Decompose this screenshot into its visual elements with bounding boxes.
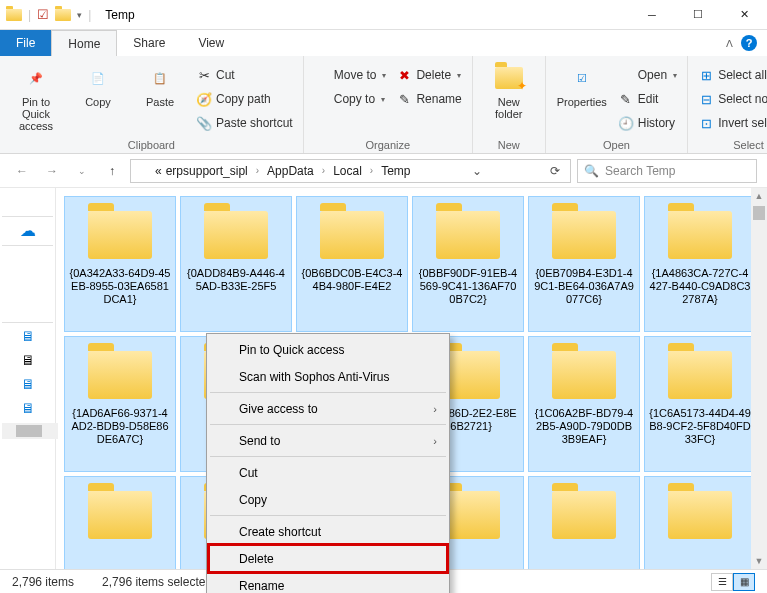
- folder-item[interactable]: {0B6BDC0B-E4C3-44B4-980F-E4E2: [296, 196, 408, 332]
- copy-button[interactable]: 📄Copy: [72, 60, 124, 108]
- folder-item[interactable]: {1AD6AF66-9371-4AD2-BDB9-D58E86DE6A7C}: [64, 336, 176, 472]
- folder-item[interactable]: {0EB709B4-E3D1-49C1-BE64-036A7A9077C6}: [528, 196, 640, 332]
- ctx-cut[interactable]: Cut: [209, 459, 447, 486]
- folder-item[interactable]: {1A4863CA-727C-4427-B440-C9AD8C32787A}: [644, 196, 756, 332]
- ctx-give-access-to[interactable]: Give access to›: [209, 395, 447, 422]
- title-bar: | ☑ ▾ | Temp ─ ☐ ✕: [0, 0, 767, 30]
- check-icon: ☑: [37, 7, 49, 22]
- search-icon: 🔍: [584, 164, 599, 178]
- scroll-up-icon[interactable]: ▲: [751, 188, 767, 204]
- ctx-pin-quick-access[interactable]: Pin to Quick access: [209, 336, 447, 363]
- ctx-copy[interactable]: Copy: [209, 486, 447, 513]
- rename-button[interactable]: ✎Rename: [396, 88, 461, 110]
- paste-shortcut-button[interactable]: 📎Paste shortcut: [196, 112, 293, 134]
- group-label: Organize: [314, 139, 462, 151]
- scroll-thumb[interactable]: [753, 206, 765, 220]
- folder-icon: [668, 351, 732, 399]
- new-folder-button[interactable]: New folder: [483, 60, 535, 120]
- folder-item[interactable]: {1C06A2BF-BD79-42B5-A90D-79D0DB3B9EAF}: [528, 336, 640, 472]
- folder-icon: [135, 165, 151, 177]
- folder-icon: [20, 195, 36, 207]
- folder-name: {1C06A2BF-BD79-42B5-A90D-79D0DB3B9EAF}: [533, 407, 635, 447]
- select-none-button[interactable]: ⊟Select none: [698, 88, 767, 110]
- copy-to-button[interactable]: Copy to▾: [314, 88, 387, 110]
- paste-button[interactable]: 📋Paste: [134, 60, 186, 108]
- maximize-button[interactable]: ☐: [675, 0, 721, 30]
- nav-forward-button[interactable]: →: [40, 159, 64, 183]
- folder-item[interactable]: {0ADD84B9-A446-45AD-B33E-25F5: [180, 196, 292, 332]
- ctx-rename[interactable]: Rename: [209, 572, 447, 593]
- folder-item[interactable]: [528, 476, 640, 569]
- nav-history-button[interactable]: ⌄: [70, 159, 94, 183]
- pin-quick-access-button[interactable]: 📌Pin to Quick access: [10, 60, 62, 132]
- edit-button[interactable]: ✎Edit: [618, 88, 677, 110]
- label: New folder: [483, 96, 535, 120]
- folder-icon: [552, 491, 616, 539]
- chevron-right-icon[interactable]: ›: [366, 165, 377, 176]
- nav-back-button[interactable]: ←: [10, 159, 34, 183]
- label: Pin to Quick access: [10, 96, 62, 132]
- open-button[interactable]: Open▾: [618, 64, 677, 86]
- crumb[interactable]: Local: [333, 164, 362, 178]
- chevron-right-icon[interactable]: ›: [252, 165, 263, 176]
- crumb[interactable]: erpsupport_sipl: [166, 164, 248, 178]
- copy-path-button[interactable]: 🧭Copy path: [196, 88, 293, 110]
- file-tab[interactable]: File: [0, 30, 51, 56]
- divider: |: [28, 8, 31, 22]
- crumb[interactable]: AppData: [267, 164, 314, 178]
- move-to-button[interactable]: Move to▾: [314, 64, 387, 86]
- delete-x-icon: ✖: [396, 67, 412, 83]
- select-all-button[interactable]: ⊞Select all: [698, 64, 767, 86]
- view-tab[interactable]: View: [182, 30, 241, 56]
- history-button[interactable]: 🕘History: [618, 112, 677, 134]
- selected-count: 2,796 items selected: [102, 575, 212, 589]
- folder-icon: [55, 9, 71, 21]
- collapse-ribbon-icon[interactable]: ᐱ: [726, 38, 733, 49]
- folder-name: {1C6A5173-44D4-49B8-9CF2-5F8D40FD33FC}: [649, 407, 751, 447]
- share-tab[interactable]: Share: [117, 30, 182, 56]
- crumb[interactable]: Temp: [381, 164, 410, 178]
- refresh-button[interactable]: ⟳: [544, 164, 566, 178]
- address-bar[interactable]: « erpsupport_sipl› AppData› Local› Temp …: [130, 159, 571, 183]
- folder-icon: [668, 211, 732, 259]
- ctx-delete[interactable]: Delete: [209, 545, 447, 572]
- details-view-button[interactable]: ☰: [711, 573, 733, 591]
- label: Copy: [85, 96, 111, 108]
- delete-button[interactable]: ✖Delete▾: [396, 64, 461, 86]
- nav-tree[interactable]: ☁ 🖥 🖥 🖥 🖥: [0, 188, 56, 569]
- icons-view-button[interactable]: ▦: [733, 573, 755, 591]
- folder-icon: [88, 211, 152, 259]
- folder-item[interactable]: [644, 476, 756, 569]
- files-scrollbar-v[interactable]: ▲ ▼: [751, 188, 767, 569]
- select-group: ⊞Select all ⊟Select none ⊡Invert selecti…: [688, 56, 767, 153]
- minimize-button[interactable]: ─: [629, 0, 675, 30]
- folder-item[interactable]: {0BBF90DF-91EB-4569-9C41-136AF700B7C2}: [412, 196, 524, 332]
- nav-up-button[interactable]: ↑: [100, 159, 124, 183]
- tree-scrollbar-h[interactable]: [2, 423, 58, 439]
- group-label: Clipboard: [10, 139, 293, 151]
- scroll-down-icon[interactable]: ▼: [751, 553, 767, 569]
- folder-item[interactable]: {1C6A5173-44D4-49B8-9CF2-5F8D40FD33FC}: [644, 336, 756, 472]
- ctx-create-shortcut[interactable]: Create shortcut: [209, 518, 447, 545]
- help-icon[interactable]: ?: [741, 35, 757, 51]
- separator: [210, 424, 446, 425]
- ribbon-tabs: File Home Share View ᐱ ?: [0, 30, 767, 56]
- close-button[interactable]: ✕: [721, 0, 767, 30]
- invert-selection-button[interactable]: ⊡Invert selection: [698, 112, 767, 134]
- selectall-icon: ⊞: [698, 67, 714, 83]
- dropdown-caret-icon[interactable]: ▾: [77, 10, 82, 20]
- properties-button[interactable]: ☑ Properties: [556, 60, 608, 108]
- chevron-right-icon[interactable]: ›: [318, 165, 329, 176]
- ctx-send-to[interactable]: Send to›: [209, 427, 447, 454]
- folder-item[interactable]: [64, 476, 176, 569]
- home-tab[interactable]: Home: [51, 30, 117, 56]
- folder-item[interactable]: {0A342A33-64D9-45EB-8955-03EA6581DCA1}: [64, 196, 176, 332]
- search-box[interactable]: 🔍 Search Temp: [577, 159, 757, 183]
- cut-button[interactable]: ✂Cut: [196, 64, 293, 86]
- addr-dropdown-button[interactable]: ⌄: [466, 164, 488, 178]
- ctx-scan-antivirus[interactable]: Scan with Sophos Anti-Virus: [209, 363, 447, 390]
- pc-icon: 🖥: [21, 376, 35, 392]
- group-label: Select: [698, 139, 767, 151]
- folder-icon: [20, 253, 36, 265]
- folder-name: {0EB709B4-E3D1-49C1-BE64-036A7A9077C6}: [533, 267, 635, 307]
